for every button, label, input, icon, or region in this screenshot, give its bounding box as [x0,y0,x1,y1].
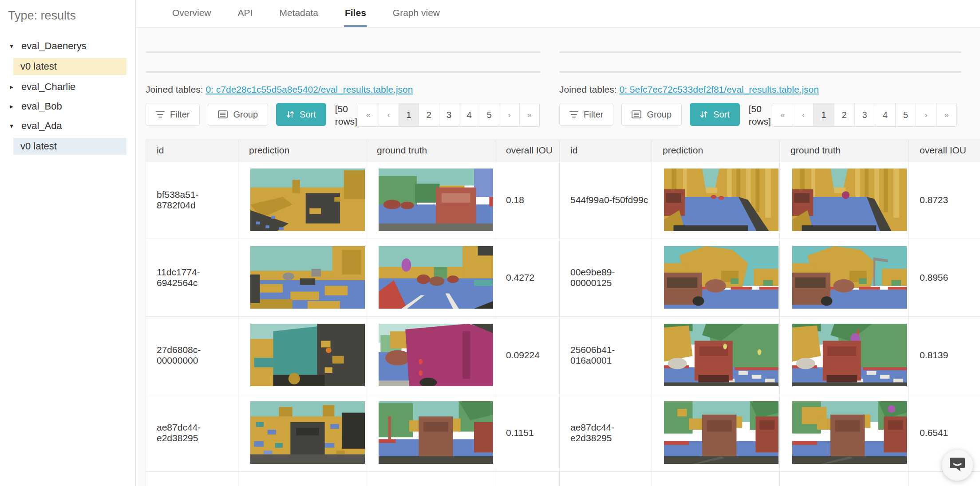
chevron-right-icon[interactable]: ▸ [8,102,15,110]
cell-overall-iou: 0.8139 [909,316,980,394]
pagination-nav-button[interactable]: « [358,103,378,126]
table-controls: Filter Group Sort [50 rows] «‹12345›» [146,103,559,128]
version-item-eval_Ada[interactable]: v0 latest [13,138,126,155]
column-header-overall-iou[interactable]: overall IOU [495,140,560,161]
divider [146,71,541,73]
segmentation-image[interactable] [379,169,493,231]
cell-prediction-image[interactable] [238,316,366,394]
cell-prediction-image[interactable] [652,239,780,316]
segmentation-image[interactable] [792,324,907,386]
column-header-overall-iou[interactable]: overall IOU [909,140,980,161]
column-header-id[interactable]: id [560,140,652,161]
cell-overall-iou: 0.8956 [909,239,980,316]
segmentation-image[interactable] [792,401,907,464]
cell-overall-iou: 0.4272 [495,239,560,316]
pagination-page-1[interactable]: 1 [399,103,419,126]
tab-graph-view[interactable]: Graph view [392,0,441,27]
column-header-prediction[interactable]: prediction [652,140,780,161]
cell-ground-truth-image[interactable] [780,161,909,239]
sort-arrows-icon [286,110,294,118]
pagination-page-4[interactable]: 4 [459,103,479,126]
chevron-down-icon[interactable]: ▾ [8,42,15,50]
joined-tables-label: Joined tables: [559,84,617,94]
chevron-right-icon[interactable]: ▸ [8,83,15,91]
filter-button[interactable]: Filter [559,103,613,126]
segmentation-image[interactable] [792,169,907,231]
cell-id: bf538a51-8782f04d [146,161,238,239]
cell-prediction-image[interactable] [652,316,780,394]
segmentation-image[interactable] [792,246,907,309]
table-row [146,471,560,486]
pagination-nav-button[interactable]: « [772,103,793,126]
cell-ground-truth-image[interactable] [366,161,495,239]
group-button[interactable]: Group [208,103,268,126]
segmentation-image[interactable] [250,401,365,464]
empty-cell [780,471,909,486]
table-row: 11dc1774-6942564c0.4272 [146,239,560,316]
pagination-page-5[interactable]: 5 [895,103,916,126]
cell-prediction-image[interactable] [652,161,780,239]
cell-ground-truth-image[interactable] [366,239,495,316]
pagination-nav-button[interactable]: › [916,103,936,126]
tab-metadata[interactable]: Metadata [278,0,319,27]
column-header-ground-truth[interactable]: ground truth [780,140,909,161]
empty-cell [652,471,780,486]
empty-cell [495,471,560,486]
version-item-eval_Daenerys[interactable]: v0 latest [13,58,126,75]
segmentation-image[interactable] [379,401,493,464]
joined-tables-label: Joined tables: [146,84,203,94]
table-row: 00e9be89-000001250.8956 [560,239,980,316]
segmentation-image[interactable] [379,324,493,386]
segmentation-image[interactable] [250,324,365,386]
cell-ground-truth-image[interactable] [780,394,909,471]
pagination-nav-button[interactable]: » [519,103,539,126]
sort-button[interactable]: Sort [276,103,326,126]
pagination-nav-button[interactable]: ‹ [793,103,813,126]
sidebar-item-eval_Ada[interactable]: ▾eval_Ada [8,118,135,133]
cell-prediction-image[interactable] [652,394,780,471]
group-button[interactable]: Group [621,103,682,126]
segmentation-image[interactable] [664,401,778,464]
pagination-nav-button[interactable]: ‹ [379,103,399,126]
column-header-ground-truth[interactable]: ground truth [366,140,495,161]
column-header-id[interactable]: id [146,140,238,161]
pagination-page-2[interactable]: 2 [419,103,439,126]
pagination-page-3[interactable]: 3 [439,103,459,126]
cell-prediction-image[interactable] [238,161,366,239]
cell-ground-truth-image[interactable] [780,239,909,316]
column-header-prediction[interactable]: prediction [238,140,366,161]
chevron-down-icon[interactable]: ▾ [8,122,15,130]
sidebar-item-eval_Daenerys[interactable]: ▾eval_Daenerys [8,39,135,54]
segmentation-image[interactable] [379,246,493,309]
segmentation-image[interactable] [250,246,365,309]
joined-tables-link[interactable]: 0: c7de28c1c55d5a8e5402/eval_results.tab… [205,84,413,94]
cell-ground-truth-image[interactable] [366,316,495,394]
pagination-page-4[interactable]: 4 [875,103,895,126]
cell-prediction-image[interactable] [238,239,366,316]
row-count: [50 rows] [749,103,772,128]
pagination-page-3[interactable]: 3 [854,103,875,126]
tab-api[interactable]: API [237,0,254,27]
chat-launcher-button[interactable] [942,450,973,481]
cell-ground-truth-image[interactable] [780,316,909,394]
tab-files[interactable]: Files [344,0,367,27]
segmentation-image[interactable] [250,169,365,231]
joined-tables-link[interactable]: 0: 5efc7ec72c533def2f81/eval_results.tab… [619,84,818,94]
pagination-nav-button[interactable]: » [936,103,956,126]
pagination-page-2[interactable]: 2 [834,103,854,126]
segmentation-image[interactable] [664,324,778,386]
segmentation-image[interactable] [664,246,778,309]
tab-bar: Overview API Metadata Files Graph view [136,0,980,27]
segmentation-image[interactable] [664,169,778,231]
sidebar-item-eval_Bob[interactable]: ▸eval_Bob [8,99,135,114]
pagination-nav-button[interactable]: › [499,103,519,126]
collection-label: eval_Ada [21,120,62,132]
tab-overview[interactable]: Overview [171,0,212,27]
cell-ground-truth-image[interactable] [366,394,495,471]
filter-button[interactable]: Filter [146,103,200,126]
cell-prediction-image[interactable] [238,394,366,471]
sort-button[interactable]: Sort [690,103,740,126]
sidebar-item-eval_Charlie[interactable]: ▸eval_Charlie [8,79,135,94]
pagination-page-1[interactable]: 1 [813,103,834,126]
pagination-page-5[interactable]: 5 [479,103,499,126]
